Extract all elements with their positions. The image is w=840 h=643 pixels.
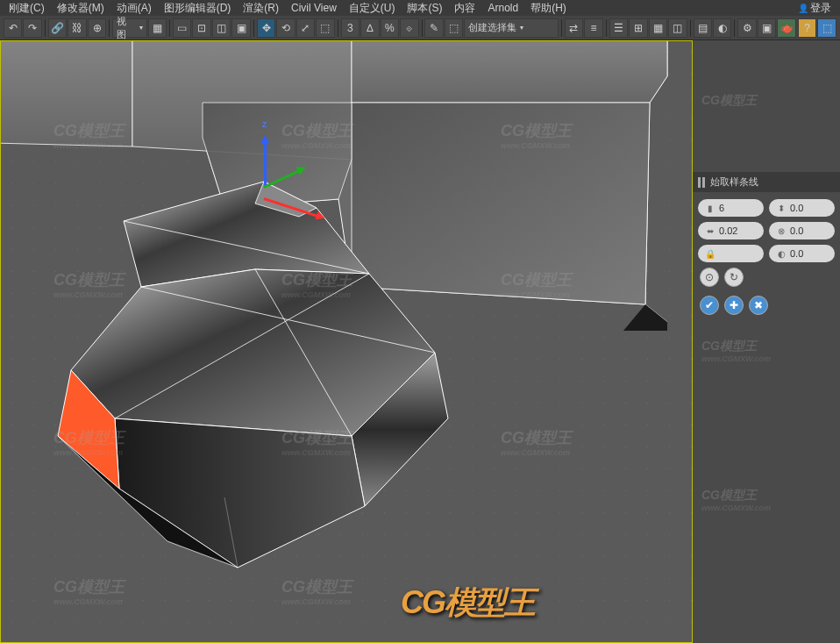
add-button[interactable]: ✚	[724, 296, 744, 315]
login-button[interactable]: 登录	[793, 0, 836, 17]
spinner-width[interactable]: ⬍0.0	[769, 199, 835, 217]
render-frame-button[interactable]: ▣	[758, 18, 776, 38]
edit-selection-button[interactable]: ✎	[424, 18, 443, 38]
render-button[interactable]: 🫖	[777, 18, 795, 38]
menu-scripting[interactable]: 脚本(S)	[402, 0, 447, 17]
percent-snap-button[interactable]: %	[381, 18, 399, 38]
watermark: CG模型王www.CGMXW.com	[701, 339, 771, 363]
svg-marker-1	[0, 40, 132, 146]
rotate-button[interactable]: ⟲	[276, 18, 295, 38]
axis-z[interactable]	[264, 138, 267, 186]
svg-marker-3	[352, 40, 667, 103]
window-crossing-button[interactable]: ▣	[231, 18, 250, 38]
snap-3-button[interactable]: 3	[341, 18, 359, 38]
scale-button[interactable]: ⤢	[296, 18, 315, 38]
menu-rendering[interactable]: 渲染(R)	[238, 0, 284, 17]
link-button[interactable]: 🔗	[48, 18, 67, 38]
svg-marker-16	[115, 418, 365, 568]
named-selection-button[interactable]: ⬚	[445, 18, 463, 38]
axis-x[interactable]	[264, 197, 324, 218]
menu-arnold[interactable]: Arnold	[482, 1, 523, 15]
select-name-button[interactable]: ⊡	[192, 18, 210, 38]
menu-help[interactable]: 帮助(H)	[525, 0, 572, 17]
redo-button[interactable]: ↷	[23, 18, 41, 38]
main-toolbar: ↶ ↷ 🔗 ⛓ ⊕ 视图 ▦ ▭ ⊡ ◫ ▣ ✥ ⟲ ⤢ ⬚ 3 ∆ % ⟐ ✎…	[0, 16, 840, 40]
panel-header: 始取样条线	[693, 172, 840, 192]
select-button[interactable]: ▭	[173, 18, 191, 38]
cancel-button[interactable]: ✖	[749, 296, 768, 315]
menu-customize[interactable]: 自定义(U)	[344, 0, 401, 17]
spinner-lock[interactable]: 🔒	[698, 245, 764, 262]
place-button[interactable]: ⬚	[316, 18, 334, 38]
move-button[interactable]: ✥	[257, 18, 275, 38]
workspace-button[interactable]: ⬚	[817, 18, 836, 38]
view-dropdown[interactable]: 视图	[112, 18, 146, 38]
menu-create[interactable]: 刚建(C)	[4, 0, 50, 17]
axis-y[interactable]	[263, 168, 304, 189]
right-panel: CG模型王 始取样条线 ▮6 ⬍0.0 ⬌0.02 ⊗0.0 🔒 ◐0.0 ⊙ …	[693, 40, 840, 643]
region-button[interactable]: ◫	[212, 18, 231, 38]
watermark: CG模型王www.CGMXW.com	[701, 488, 771, 512]
menu-bar: 刚建(C) 修改器(M) 动画(A) 图形编辑器(D) 渲染(R) Civil …	[0, 0, 840, 16]
bind-button[interactable]: ⊕	[88, 18, 106, 38]
mirror-button[interactable]: ⇄	[565, 18, 583, 38]
unlink-button[interactable]: ⛓	[68, 18, 86, 38]
render-setup-button[interactable]: ⚙	[737, 18, 756, 38]
menu-content[interactable]: 内容	[449, 0, 481, 17]
toggle-ribbon-button[interactable]: ▦	[649, 18, 667, 38]
spinner-angle[interactable]: ◐0.0	[769, 245, 835, 262]
scene-explorer-button[interactable]: ⊞	[629, 18, 647, 38]
apply-button[interactable]: ✔	[700, 296, 719, 315]
panel-title: 始取样条线	[710, 175, 758, 189]
spinner-segments[interactable]: ▮6	[698, 199, 764, 217]
selection-set-dropdown[interactable]: 创建选择集	[464, 18, 558, 38]
menu-modifiers[interactable]: 修改器(M)	[52, 0, 110, 17]
material-editor-button[interactable]: ◐	[713, 18, 731, 38]
spinner-threshold[interactable]: ⬌0.02	[698, 222, 764, 239]
menu-civil-view[interactable]: Civil View	[286, 1, 342, 15]
filter-button[interactable]: ▦	[148, 18, 167, 38]
layer-button[interactable]: ☰	[609, 18, 628, 38]
viewport[interactable]: CG模型王www.CGMXW.com CG模型王www.CGMXW.com CG…	[0, 40, 693, 643]
undo-button[interactable]: ↶	[4, 18, 22, 38]
help-button[interactable]: ?	[798, 18, 816, 38]
spinner-offset[interactable]: ⊗0.0	[769, 222, 835, 239]
spinner-snap-button[interactable]: ⟐	[400, 18, 418, 38]
schematic-view-button[interactable]: ▤	[694, 18, 712, 38]
svg-marker-7	[623, 304, 667, 331]
brand-logo: CG模型王	[401, 582, 534, 625]
transform-gizmo[interactable]	[242, 155, 330, 243]
refresh-button[interactable]: ↻	[724, 268, 744, 287]
pause-icon	[698, 177, 705, 188]
seek-button[interactable]: ⊙	[700, 268, 719, 287]
menu-graph-editors[interactable]: 图形编辑器(D)	[159, 0, 237, 17]
curve-editor-button[interactable]: ◫	[668, 18, 687, 38]
angle-snap-button[interactable]: ∆	[360, 18, 379, 38]
align-button[interactable]: ≡	[584, 18, 602, 38]
